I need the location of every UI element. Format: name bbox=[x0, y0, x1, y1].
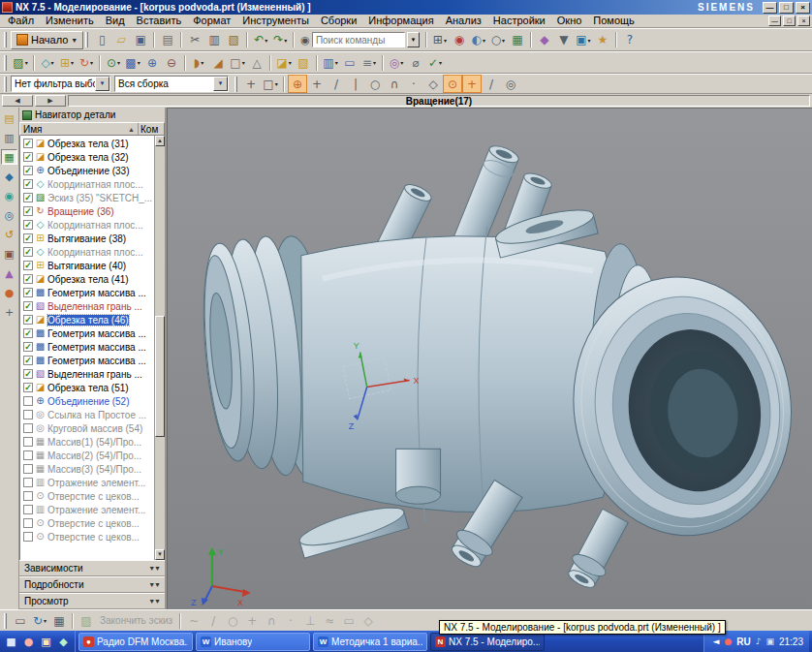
feature-row[interactable]: ▥ Отражение элемент... bbox=[20, 503, 154, 516]
sketch-icon[interactable]: ▨▾ bbox=[11, 53, 30, 72]
existing-point-icon[interactable]: ·▾ bbox=[404, 75, 423, 93]
copy-icon[interactable]: ▥▾ bbox=[204, 31, 224, 49]
launcher-1-icon[interactable]: ■ bbox=[4, 635, 18, 649]
feature-checkbox[interactable]: ✓ bbox=[23, 301, 33, 311]
move-face-icon[interactable]: ▭▾ bbox=[340, 53, 359, 72]
selection-filter-combo[interactable]: Нет фильтра выбо ▼ bbox=[11, 76, 110, 92]
new-file-icon[interactable]: ▯▾ bbox=[92, 31, 111, 49]
fit-view-icon[interactable]: ▣▾ bbox=[574, 31, 593, 49]
feature-checkbox[interactable] bbox=[23, 532, 33, 542]
general-selection-icon[interactable]: +▾ bbox=[241, 75, 261, 93]
chamfer-icon[interactable]: ◢▾ bbox=[208, 53, 228, 72]
feature-row[interactable]: ✓ ▩ Геометрия массива ... bbox=[20, 326, 154, 340]
child-minimize-button[interactable]: — bbox=[768, 16, 781, 26]
tray-status-icon[interactable]: ▣ bbox=[765, 637, 774, 646]
column-name[interactable]: Имя ▲ bbox=[20, 123, 139, 135]
launcher-3-icon[interactable]: ▣ bbox=[39, 635, 53, 649]
menu-item[interactable]: Информация bbox=[362, 15, 439, 27]
shell-icon[interactable]: □▾ bbox=[228, 53, 247, 72]
scrollbar-thumb[interactable] bbox=[155, 316, 165, 437]
window-layout-icon[interactable]: ⊞▾ bbox=[430, 31, 450, 49]
grid-icon[interactable]: ▦▾ bbox=[49, 611, 69, 630]
feature-row[interactable]: ✓ ▧ Выделенная грань ... bbox=[20, 367, 154, 381]
print-icon[interactable]: ▤▾ bbox=[158, 31, 177, 49]
column-comment[interactable]: Ком bbox=[139, 124, 164, 135]
menu-item[interactable]: Формат bbox=[187, 15, 236, 27]
feature-row[interactable]: ✓ ▨ Эскиз (35) "SKETCH_... bbox=[20, 191, 154, 204]
feature-checkbox[interactable]: ✓ bbox=[23, 206, 33, 216]
display-mode-icon[interactable]: ◉▾ bbox=[450, 31, 469, 49]
chevron-icon[interactable]: ▼▼ bbox=[148, 581, 160, 588]
control-point-icon[interactable]: |▾ bbox=[346, 75, 365, 93]
feature-row[interactable]: ▥ Отражение элемент... bbox=[20, 476, 154, 489]
search-dropdown-button[interactable]: ▼ bbox=[407, 32, 420, 47]
reuse-library-icon[interactable]: ◆ bbox=[1, 169, 17, 184]
feature-row[interactable]: ▦ Массив(2) (54)/Про... bbox=[20, 449, 154, 462]
feature-checkbox[interactable]: ✓ bbox=[23, 233, 33, 243]
circle-center-icon[interactable]: ○▾ bbox=[365, 75, 385, 93]
feature-row[interactable]: ✓ ◇ Координатная плос... bbox=[20, 177, 154, 191]
system-visualization-icon[interactable]: + bbox=[1, 304, 17, 320]
web-browser-icon[interactable]: ◎ bbox=[1, 207, 17, 223]
keyboard-layout-indicator[interactable]: RU bbox=[736, 636, 750, 647]
back-arrow-button[interactable]: ◀ bbox=[2, 95, 33, 107]
maximize-button[interactable]: □ bbox=[779, 2, 794, 14]
extrude-icon[interactable]: ⊞▾ bbox=[57, 53, 77, 72]
feature-checkbox[interactable]: ✓ bbox=[23, 247, 33, 257]
undo-icon[interactable]: ↶▾ bbox=[251, 31, 270, 49]
toolbar-drag-handle[interactable] bbox=[234, 77, 237, 92]
menu-item[interactable]: Инструменты bbox=[236, 15, 315, 27]
feature-row[interactable]: ✓ ◇ Координатная плос... bbox=[20, 218, 154, 232]
orient-view-icon[interactable]: ▼▾ bbox=[554, 31, 574, 49]
feature-row[interactable]: ✓ ▩ Геометрия массива ... bbox=[20, 354, 154, 367]
snap-point-icon[interactable]: ⊕▾ bbox=[288, 75, 307, 93]
minimize-button[interactable]: — bbox=[763, 2, 777, 14]
tray-chevron-icon[interactable]: ◄ bbox=[712, 637, 719, 646]
feature-row[interactable]: ✓ ▩ Геометрия массива ... bbox=[20, 286, 154, 299]
launcher-4-icon[interactable]: ◆ bbox=[56, 635, 71, 649]
feature-row[interactable]: ✓ ◪ Обрезка тела (41) bbox=[20, 272, 154, 286]
feature-row[interactable]: ⊙ Отверстие с цеков... bbox=[20, 530, 154, 543]
feature-row[interactable]: ✓ ◪ Обрезка тела (31) bbox=[20, 137, 154, 150]
unite-icon[interactable]: ⊕▾ bbox=[142, 53, 162, 72]
chevron-icon[interactable]: ▼▼ bbox=[148, 565, 160, 572]
feature-checkbox[interactable]: ✓ bbox=[23, 315, 33, 325]
feature-row[interactable]: ✓ ⊞ Вытягивание (38) bbox=[20, 232, 154, 245]
help-icon[interactable]: ?▾ bbox=[620, 31, 640, 49]
feature-checkbox[interactable] bbox=[23, 464, 33, 474]
chevron-icon[interactable]: ▼▼ bbox=[148, 598, 160, 605]
toolbar-drag-handle[interactable] bbox=[4, 32, 7, 47]
revolve-icon[interactable]: ↻▾ bbox=[77, 53, 96, 72]
bounded-plane-icon[interactable]: ◎▾ bbox=[501, 75, 520, 93]
roles-icon[interactable]: ● bbox=[1, 285, 17, 300]
subtract-icon[interactable]: ⊖▾ bbox=[162, 53, 181, 72]
diameter-icon[interactable]: ⌀▾ bbox=[406, 53, 425, 72]
menu-item[interactable]: Изменить bbox=[40, 15, 100, 27]
feature-row[interactable]: ⊕ Объединение (52) bbox=[20, 394, 154, 408]
feature-row[interactable]: ⊙ Отверстие с цеков... bbox=[20, 489, 154, 503]
feature-row[interactable]: ✓ ◪ Обрезка тела (46) bbox=[20, 313, 154, 326]
finish-sketch-icon[interactable]: ▨▾ bbox=[77, 611, 96, 630]
view-style-icon[interactable]: ▭▾ bbox=[11, 611, 30, 630]
pattern-feature-icon[interactable]: ▩▾ bbox=[123, 53, 142, 72]
redo-icon[interactable]: ↷▾ bbox=[270, 31, 290, 49]
navigator-collapsed-panel[interactable]: Подробности ▼▼ bbox=[19, 576, 165, 593]
feature-row[interactable]: ✓ ⊞ Вытягивание (40) bbox=[20, 259, 154, 272]
menu-item[interactable]: Вставить bbox=[131, 15, 188, 27]
feature-checkbox[interactable]: ✓ bbox=[23, 342, 33, 352]
feature-checkbox[interactable]: ✓ bbox=[23, 193, 33, 202]
feature-row[interactable]: ✓ ⊕ Объединение (33) bbox=[20, 164, 154, 177]
measure-icon[interactable]: ◎▾ bbox=[387, 53, 406, 72]
cut-icon[interactable]: ✂▾ bbox=[185, 31, 204, 49]
feature-row[interactable]: ◎ Ссылка на Простое ... bbox=[20, 408, 154, 421]
launcher-2-icon[interactable]: ● bbox=[21, 635, 36, 649]
feature-row[interactable]: ✓ ▧ Выделенная грань ... bbox=[20, 299, 154, 313]
feature-checkbox[interactable] bbox=[23, 518, 33, 528]
refresh-icon[interactable]: ↻▾ bbox=[30, 611, 49, 630]
synchronous-icon[interactable]: ≡▾ bbox=[359, 53, 379, 72]
mirror-feature-icon[interactable]: ▥▾ bbox=[321, 53, 340, 72]
datum-plane-icon[interactable]: ◇▾ bbox=[38, 53, 57, 72]
point-on-curve-icon[interactable]: +▾ bbox=[462, 75, 482, 93]
feature-row[interactable]: ✓ ◇ Координатная плос... bbox=[20, 245, 154, 259]
mid-point-icon[interactable]: /▾ bbox=[327, 75, 346, 93]
